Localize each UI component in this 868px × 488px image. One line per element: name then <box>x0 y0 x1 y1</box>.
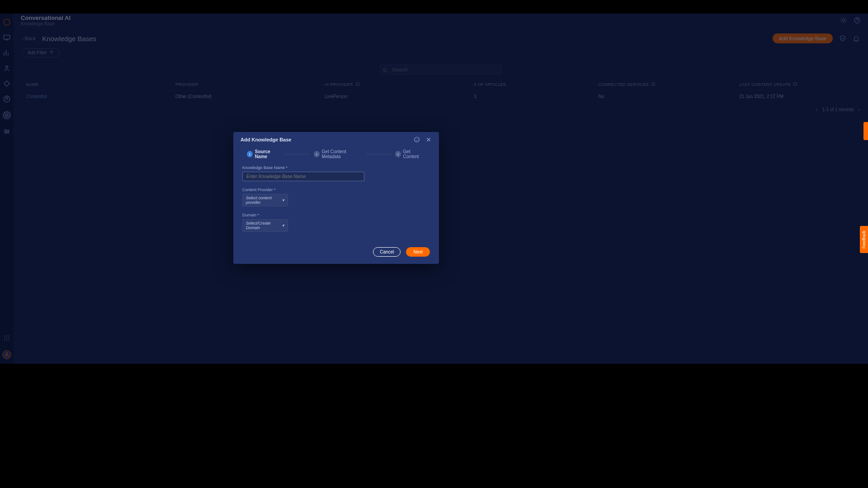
step-2-num: 2 <box>314 151 320 157</box>
cancel-button[interactable]: Cancel <box>373 247 401 257</box>
step-1-num: 1 <box>247 151 253 157</box>
domain-value: Select/Create Domain <box>246 221 282 230</box>
next-button[interactable]: Next <box>406 247 430 257</box>
step-2: 2 Get Content Metadata <box>314 149 363 159</box>
modal-title: Add Knowledge Base <box>241 137 291 142</box>
feedback-label: Feedback <box>862 230 866 249</box>
step-divider <box>366 154 391 155</box>
chevron-down-icon: ▾ <box>282 198 284 202</box>
feedback-tab[interactable]: Feedback <box>860 226 868 253</box>
kb-name-input[interactable] <box>242 172 364 181</box>
modal-info-icon[interactable] <box>414 136 420 143</box>
domain-label: Domain * <box>242 213 430 217</box>
modal-stepper: 1 Source Name 2 Get Content Metadata 3 G… <box>233 147 439 165</box>
edge-tab[interactable] <box>863 122 868 140</box>
step-2-label: Get Content Metadata <box>322 149 363 159</box>
content-provider-select[interactable]: Select content provider ▾ <box>242 194 288 206</box>
close-icon[interactable] <box>425 136 432 143</box>
step-1-label: Source Name <box>255 149 282 159</box>
add-kb-modal: Add Knowledge Base 1 Source Name 2 Get C… <box>233 132 439 264</box>
chevron-down-icon: ▾ <box>282 223 284 228</box>
step-3: 3 Get Content <box>395 149 425 159</box>
kb-name-label: Knowledge Base Name * <box>242 165 430 170</box>
content-provider-label: Content Provider * <box>242 188 430 192</box>
step-divider <box>285 154 310 155</box>
step-3-num: 3 <box>395 151 401 157</box>
content-provider-value: Select content provider <box>246 196 282 205</box>
domain-select[interactable]: Select/Create Domain ▾ <box>242 219 288 232</box>
step-1: 1 Source Name <box>247 149 282 159</box>
step-3-label: Get Content <box>403 149 425 159</box>
